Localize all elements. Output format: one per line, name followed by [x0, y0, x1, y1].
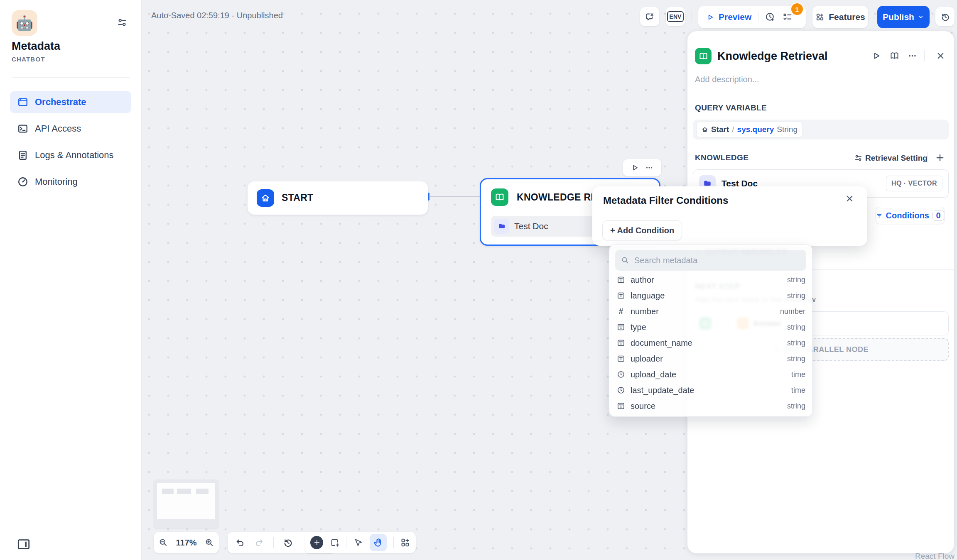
retrieval-setting-icon — [854, 154, 862, 162]
toolbar-divider — [346, 537, 346, 548]
metadata-option[interactable]: sourcestring — [612, 398, 810, 414]
text-field-icon — [617, 402, 625, 410]
checklist-icon[interactable] — [783, 12, 793, 22]
start-node[interactable]: START — [248, 181, 428, 215]
time-field-icon — [617, 370, 625, 379]
features-icon — [815, 12, 824, 22]
text-field-icon — [617, 291, 625, 300]
sidebar-item-orchestrate[interactable]: Orchestrate — [10, 91, 131, 113]
conditions-count-badge: 0 — [932, 210, 944, 221]
metadata-option[interactable]: # numbernumber — [612, 303, 810, 319]
minimap[interactable] — [154, 479, 218, 528]
knowledge-icon — [695, 48, 712, 64]
query-variable-section-label: QUERY VARIABLE — [695, 103, 767, 112]
preview-button[interactable]: Preview — [719, 12, 751, 22]
knowledge-icon — [491, 188, 508, 206]
text-field-icon — [617, 355, 625, 363]
sidebar-divider — [12, 77, 130, 78]
start-node-icon — [702, 126, 708, 133]
more-icon[interactable] — [908, 51, 917, 61]
zoom-level[interactable]: 117% — [176, 538, 196, 548]
version-history-button[interactable] — [935, 7, 955, 26]
run-icon[interactable] — [872, 51, 881, 61]
metadata-option[interactable]: uploaderstring — [612, 351, 810, 367]
description-field[interactable]: Add description... — [695, 75, 759, 84]
zoom-out-icon[interactable] — [159, 538, 168, 547]
header-divider — [924, 50, 925, 61]
undo-icon[interactable] — [235, 538, 245, 548]
monitoring-icon — [17, 176, 28, 187]
change-history-icon[interactable] — [283, 538, 293, 548]
retrieval-setting-button[interactable]: Retrieval Setting — [865, 154, 928, 163]
publish-button[interactable]: Publish — [877, 6, 930, 28]
metadata-dropdown: authorstring languagestring # numbernumb… — [609, 245, 812, 417]
metadata-option[interactable]: document_namestring — [612, 335, 810, 351]
pointer-mode-icon[interactable] — [353, 538, 363, 548]
app-sidebar: 🤖 Metadata CHATBOT Orchestrate API Acces… — [0, 0, 142, 560]
add-condition-button[interactable]: + Add Condition — [602, 220, 682, 240]
group-divider — [758, 12, 758, 22]
dataset-name: Test Doc — [514, 221, 548, 231]
minimap-node — [196, 489, 209, 494]
env-button[interactable]: ENV — [666, 7, 685, 26]
add-note-icon[interactable] — [330, 538, 339, 548]
query-variable-field[interactable]: Start / sys.query String — [693, 120, 949, 139]
minimap-node — [162, 489, 174, 494]
text-field-icon — [617, 323, 625, 331]
add-knowledge-icon[interactable] — [935, 153, 945, 163]
node-toolbar — [623, 159, 661, 176]
close-panel-icon[interactable] — [936, 51, 945, 61]
collapse-sidebar-icon[interactable] — [17, 539, 30, 550]
chat-remove-icon — [645, 12, 655, 22]
minimap-viewport — [157, 483, 215, 519]
metadata-option[interactable]: languagestring — [612, 288, 810, 303]
metadata-option[interactable]: last_update_datetime — [612, 382, 810, 398]
text-field-icon — [617, 339, 625, 347]
redo-icon[interactable] — [254, 538, 264, 548]
toolbar-divider — [393, 537, 394, 548]
start-node-title: START — [282, 192, 313, 203]
node-more-icon[interactable] — [645, 164, 653, 172]
app-type-label: CHATBOT — [12, 56, 45, 63]
search-input[interactable] — [633, 255, 800, 266]
panel-title: Knowledge Retrieval — [717, 50, 828, 63]
sidebar-item-monitoring[interactable]: Monitoring — [10, 171, 131, 193]
close-popup-icon[interactable] — [845, 194, 854, 203]
metadata-search[interactable] — [615, 250, 806, 271]
history-icon — [940, 12, 950, 22]
zoom-in-icon[interactable] — [205, 538, 214, 547]
edge-start-to-knowledge — [430, 196, 480, 197]
metadata-option[interactable]: authorstring — [612, 272, 810, 288]
time-field-icon — [617, 386, 625, 394]
folder-icon — [494, 219, 509, 234]
metadata-conditions-button[interactable]: Conditions 0 — [876, 207, 945, 224]
minimap-node — [177, 489, 191, 494]
canvas-tools-toolbar — [304, 532, 416, 553]
text-field-icon — [617, 276, 625, 284]
app-settings-icon[interactable] — [117, 17, 127, 27]
knowledge-header-divider — [927, 152, 928, 163]
orchestrate-icon — [17, 97, 28, 108]
checklist-badge: 1 — [790, 2, 804, 16]
metadata-option[interactable]: upload_datetime — [612, 367, 810, 382]
hand-mode-icon[interactable] — [370, 534, 387, 551]
zoom-toolbar: 117% — [154, 532, 219, 553]
preview-group: Preview 1 — [698, 6, 806, 28]
app-avatar[interactable]: 🤖 — [12, 10, 37, 36]
chevron-down-icon — [918, 14, 924, 20]
sidebar-item-api-access[interactable]: API Access — [10, 117, 131, 140]
popup-title: Metadata Filter Conditions — [603, 195, 728, 206]
run-history-icon[interactable] — [765, 12, 775, 22]
features-button[interactable]: Features — [812, 6, 868, 28]
run-node-icon[interactable] — [631, 164, 639, 172]
add-node-icon[interactable] — [310, 536, 323, 549]
number-field-icon: # — [617, 307, 625, 316]
docs-icon[interactable] — [890, 51, 899, 61]
sidebar-item-logs-annotations[interactable]: Logs & Annotations — [10, 144, 131, 166]
variable-pill: Start / sys.query String — [696, 122, 803, 137]
app-name: Metadata — [12, 40, 60, 53]
annotation-button[interactable] — [640, 7, 659, 26]
auto-layout-icon[interactable] — [400, 538, 410, 548]
autosave-status: Auto-Saved 02:59:19 · Unpublished — [151, 11, 283, 20]
metadata-option[interactable]: typestring — [612, 319, 810, 335]
